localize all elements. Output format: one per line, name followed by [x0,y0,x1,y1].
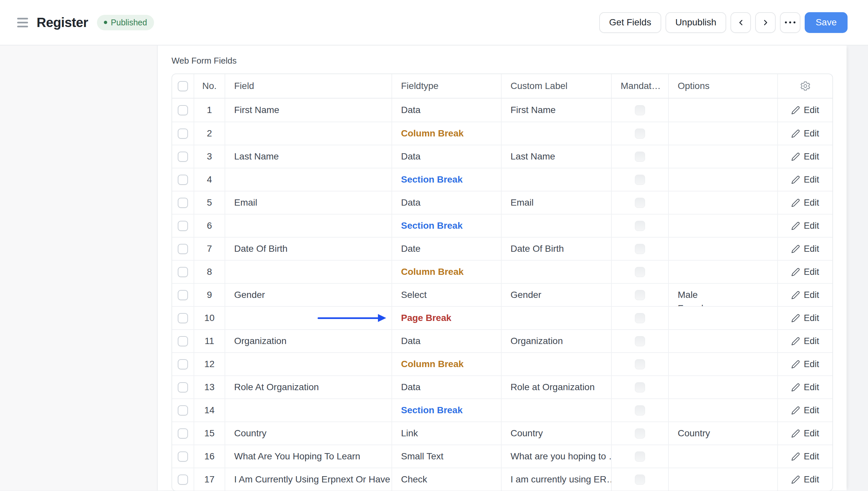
options-cell [669,98,778,122]
mandatory-checkbox[interactable] [635,428,645,439]
row-checkbox[interactable] [178,105,188,115]
options-cell [669,376,778,398]
table-row: 1 First Name Data First Name Edit [172,98,832,122]
row-checkbox[interactable] [178,405,188,415]
mandatory-checkbox[interactable] [635,105,645,115]
mandatory-checkbox[interactable] [635,198,645,208]
edit-button[interactable]: Edit [791,128,819,139]
mandatory-checkbox[interactable] [635,336,645,346]
field-label: Role At Organization [234,382,319,393]
row-checkbox[interactable] [178,313,188,323]
options-cell [669,214,778,237]
edit-button[interactable]: Edit [791,244,819,254]
edit-button-label: Edit [804,382,819,393]
mandatory-cell [612,214,669,237]
edit-button[interactable]: Edit [791,382,819,393]
mandatory-checkbox[interactable] [635,244,645,254]
table-body: 1 First Name Data First Name Edit 2 Colu… [172,98,832,491]
mandatory-checkbox[interactable] [635,221,645,231]
edit-button[interactable]: Edit [791,313,819,323]
edit-button[interactable]: Edit [791,175,819,185]
mandatory-checkbox[interactable] [635,267,645,277]
row-number-cell: 8 [194,261,225,283]
mandatory-checkbox[interactable] [635,474,645,485]
row-checkbox[interactable] [178,128,188,139]
mandatory-cell [612,238,669,260]
field-cell: Country [225,422,392,444]
edit-button[interactable]: Edit [791,152,819,162]
edit-button-label: Edit [804,105,819,115]
unpublish-button[interactable]: Unpublish [666,12,727,33]
field-label: Country [234,428,267,439]
row-checkbox[interactable] [178,428,188,439]
table-row: 8 Column Break Edit [172,260,832,283]
custom-label-cell: Date Of Birth [501,238,612,260]
mandatory-checkbox[interactable] [635,128,645,139]
next-button[interactable] [755,12,776,33]
save-button[interactable]: Save [805,12,847,33]
edit-button-label: Edit [804,313,819,323]
row-checkbox[interactable] [178,221,188,231]
table-row: 9 Gender Select Gender MaleFemale Edit [172,283,832,306]
edit-button[interactable]: Edit [791,359,819,369]
table-row: 7 Date Of Birth Date Date Of Birth Edit [172,237,832,260]
status-badge-label: Published [111,18,147,27]
edit-button[interactable]: Edit [791,290,819,300]
field-cell: I Am Currently Using Erpnext Or Have … [225,468,392,491]
edit-button[interactable]: Edit [791,221,819,231]
table-settings-button[interactable] [800,80,811,92]
row-checkbox[interactable] [178,382,188,393]
custom-label-cell: What are you hoping to … [501,445,612,468]
row-number-cell: 1 [194,98,225,122]
hamburger-menu-icon[interactable] [17,18,28,27]
row-checkbox[interactable] [178,152,188,162]
row-checkbox[interactable] [178,359,188,369]
mandatory-checkbox[interactable] [635,359,645,369]
field-cell: What Are You Hoping To Learn [225,445,392,468]
mandatory-cell [612,261,669,283]
edit-button[interactable]: Edit [791,336,819,346]
row-checkbox[interactable] [178,474,188,485]
edit-button-label: Edit [804,128,819,139]
edit-button[interactable]: Edit [791,428,819,439]
more-options-button[interactable] [780,12,801,33]
mandatory-checkbox[interactable] [635,452,645,462]
row-checkbox[interactable] [178,267,188,277]
pencil-icon [791,406,800,415]
field-label: I Am Currently Using Erpnext Or Have … [234,474,392,485]
custom-label-cell [501,353,612,375]
select-all-checkbox[interactable] [178,81,188,91]
edit-button[interactable]: Edit [791,474,819,485]
row-number-cell: 17 [194,468,225,491]
fieldtype-cell: Page Break [392,307,501,329]
table-row: 17 I Am Currently Using Erpnext Or Have … [172,468,832,491]
edit-button[interactable]: Edit [791,267,819,277]
mandatory-checkbox[interactable] [635,382,645,393]
mandatory-checkbox[interactable] [635,290,645,300]
sidebar [0,46,158,490]
custom-label-cell [501,261,612,283]
row-checkbox[interactable] [178,336,188,346]
fieldtype-cell: Column Break [392,122,501,145]
mandatory-checkbox[interactable] [635,152,645,162]
prev-button[interactable] [731,12,751,33]
mandatory-checkbox[interactable] [635,405,645,415]
table-row: 2 Column Break Edit [172,122,832,145]
row-checkbox[interactable] [178,175,188,185]
row-number-cell: 13 [194,376,225,398]
row-number-cell: 10 [194,307,225,329]
edit-button[interactable]: Edit [791,105,819,115]
mandatory-checkbox[interactable] [635,175,645,185]
fieldtype-cell: Link [392,422,501,444]
row-checkbox[interactable] [178,244,188,254]
row-number-cell: 6 [194,214,225,237]
row-checkbox[interactable] [178,290,188,300]
row-checkbox[interactable] [178,198,188,208]
row-checkbox[interactable] [178,452,188,462]
edit-button[interactable]: Edit [791,452,819,462]
edit-button[interactable]: Edit [791,405,819,415]
custom-label-cell: Country [501,422,612,444]
mandatory-checkbox[interactable] [635,313,645,323]
get-fields-button[interactable]: Get Fields [599,12,661,33]
edit-button[interactable]: Edit [791,198,819,208]
